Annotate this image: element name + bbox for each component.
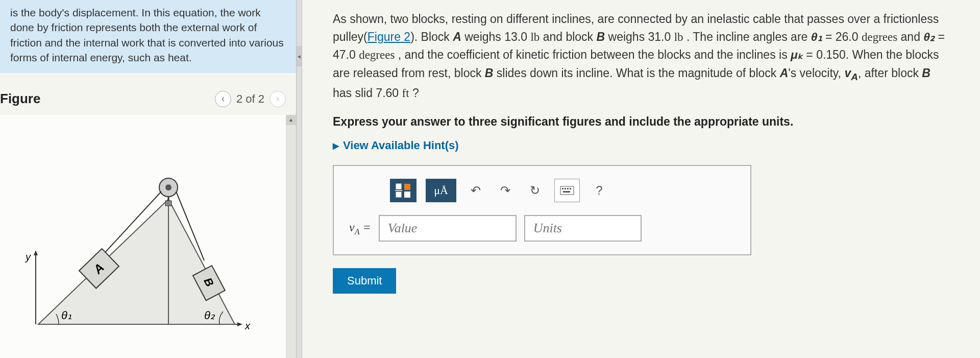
- figure-diagram: y x θ₁ θ₂: [10, 146, 255, 340]
- svg-rect-13: [165, 201, 172, 206]
- redo-button[interactable]: ↷: [495, 180, 516, 201]
- scrollbar-up-icon[interactable]: ▲: [286, 115, 296, 125]
- value-input[interactable]: [379, 215, 517, 242]
- info-box: is the body's displacement. In this equa…: [0, 0, 296, 73]
- problem-text: As shown, two blocks, resting on differe…: [333, 10, 949, 102]
- figure-link[interactable]: Figure 2: [368, 30, 410, 43]
- answer-row: vA =: [349, 215, 735, 242]
- svg-rect-30: [563, 191, 570, 193]
- info-text: is the body's displacement. In this equa…: [10, 7, 284, 63]
- panel-divider[interactable]: ◄: [296, 0, 302, 358]
- figure-scrollbar[interactable]: ▲: [286, 115, 296, 358]
- reset-button[interactable]: ↻: [525, 180, 545, 201]
- answer-variable-label: vA =: [349, 221, 371, 236]
- svg-rect-28: [567, 188, 569, 189]
- svg-rect-29: [570, 188, 571, 189]
- svg-marker-2: [34, 250, 38, 255]
- svg-text:y: y: [24, 251, 31, 262]
- figure-nav: ‹ 2 of 2 ›: [215, 91, 286, 107]
- instruction-text: Express your answer to three significant…: [333, 115, 949, 129]
- submit-button[interactable]: Submit: [333, 268, 396, 294]
- figure-area: ▲ y x θ₁ θ₂: [0, 115, 296, 358]
- svg-text:x: x: [244, 320, 251, 331]
- left-panel: is the body's displacement. In this equa…: [0, 0, 296, 358]
- undo-button[interactable]: ↶: [465, 180, 486, 201]
- figure-nav-text: 2 of 2: [236, 92, 264, 106]
- fraction-template-button[interactable]: [390, 179, 416, 202]
- svg-rect-20: [396, 184, 401, 189]
- svg-rect-24: [404, 192, 410, 198]
- figure-next-button[interactable]: ›: [270, 91, 286, 107]
- answer-box: μÅ ↶ ↷ ↻ ? vA =: [333, 165, 751, 255]
- chevron-right-icon: ▶: [333, 141, 339, 151]
- units-button[interactable]: μÅ: [426, 179, 456, 202]
- svg-text:θ₁: θ₁: [61, 309, 72, 322]
- svg-marker-7: [168, 199, 235, 324]
- view-hints-link[interactable]: ▶ View Available Hint(s): [333, 139, 949, 152]
- figure-title: Figure: [0, 91, 40, 107]
- svg-marker-4: [237, 322, 242, 326]
- help-button[interactable]: ?: [589, 180, 609, 201]
- figure-header: Figure ‹ 2 of 2 ›: [0, 78, 296, 115]
- svg-rect-25: [560, 186, 574, 195]
- keyboard-button[interactable]: [554, 179, 580, 202]
- figure-prev-button[interactable]: ‹: [215, 91, 231, 107]
- svg-text:θ₂: θ₂: [204, 309, 215, 322]
- svg-rect-26: [562, 188, 564, 189]
- svg-point-11: [165, 184, 172, 190]
- svg-rect-27: [565, 188, 566, 189]
- units-input[interactable]: [524, 215, 642, 242]
- divider-handle-icon[interactable]: ◄: [297, 46, 302, 66]
- svg-rect-21: [396, 192, 401, 197]
- svg-rect-23: [404, 184, 410, 190]
- hints-label: View Available Hint(s): [343, 139, 459, 152]
- answer-toolbar: μÅ ↶ ↷ ↻ ?: [349, 179, 735, 202]
- right-panel: As shown, two blocks, resting on differe…: [302, 0, 980, 358]
